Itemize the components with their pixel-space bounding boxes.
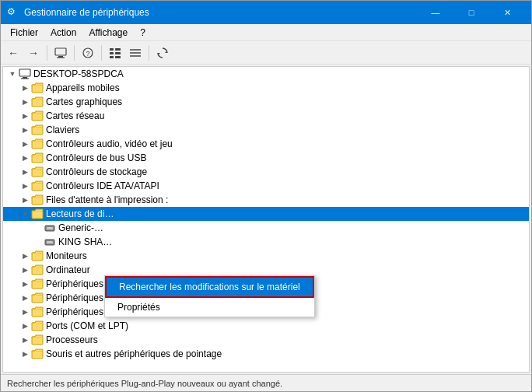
expand-icon-ports: ▶ [19, 320, 31, 332]
toolbar: ← → ? [1, 41, 531, 65]
tree-item-ports[interactable]: ▶ Ports (COM et LPT) [3, 319, 529, 333]
menu-action[interactable]: Action [44, 26, 82, 40]
toolbar-sep-4 [149, 45, 149, 61]
menu-bar: Fichier Action Affichage ? [1, 24, 531, 41]
toolbar-sep-1 [47, 45, 47, 61]
tree-item-cartes-graph[interactable]: ▶ Cartes graphiques [3, 95, 529, 109]
tree-item-generic[interactable]: Generic-… [3, 221, 529, 235]
expand-icon-ctrl-audio: ▶ [19, 138, 31, 150]
svg-rect-38 [32, 323, 43, 331]
computer-icon [19, 68, 31, 80]
title-bar-controls: — □ ✕ [418, 1, 525, 24]
refresh-icon [156, 47, 169, 59]
back-button[interactable]: ← [4, 44, 23, 62]
device-tree[interactable]: ▼ DESKTOP-58SPDCA ▶ Appareils mobiles ▶ [2, 66, 530, 373]
svg-rect-10 [115, 56, 121, 58]
refresh-button[interactable] [153, 44, 172, 62]
svg-rect-7 [110, 52, 114, 54]
tree-item-root[interactable]: ▼ DESKTOP-58SPDCA [3, 67, 529, 81]
folder-icon-souris [31, 348, 44, 360]
tree-item-ctrl-ide[interactable]: ▶ Contrôleurs IDE ATA/ATAPI [3, 179, 529, 193]
svg-rect-9 [110, 56, 114, 58]
expand-icon-ctrl-bus: ▶ [19, 152, 31, 164]
tree-item-processeurs[interactable]: ▶ Processeurs [3, 333, 529, 347]
context-menu: Rechercher les modifications sur le maté… [104, 275, 315, 317]
tree-label-appareils: Appareils mobiles [46, 82, 120, 93]
list-view-button[interactable] [126, 44, 145, 62]
tree-label-ctrl-ide: Contrôleurs IDE ATA/ATAPI [46, 180, 159, 191]
menu-affichage[interactable]: Affichage [82, 26, 134, 40]
svg-rect-27 [32, 197, 43, 205]
svg-rect-5 [110, 48, 114, 51]
svg-rect-33 [32, 253, 43, 261]
expand-icon-periph-logiciels: ▶ [19, 292, 31, 304]
svg-rect-34 [32, 267, 43, 275]
computer-icon [54, 47, 67, 59]
context-menu-item-rechercher[interactable]: Rechercher les modifications sur le maté… [105, 276, 314, 298]
tree-label-ctrl-stockage: Contrôleurs de stockage [46, 166, 147, 177]
tree-view-icon [109, 47, 121, 59]
computer-view-button[interactable] [51, 44, 70, 62]
tree-item-souris[interactable]: ▶ Souris et autres périphériques de poin… [3, 347, 529, 361]
tree-view-button[interactable] [106, 44, 124, 62]
svg-rect-37 [32, 309, 43, 317]
folder-icon-claviers [31, 124, 44, 136]
tree-label-generic: Generic-… [58, 222, 103, 233]
expand-icon-ordinateur: ▶ [19, 264, 31, 276]
svg-rect-35 [32, 281, 43, 289]
tree-item-ctrl-bus[interactable]: ▶ Contrôleurs de bus USB [3, 151, 529, 165]
svg-rect-30 [47, 227, 53, 229]
tree-item-lecteurs[interactable]: ▼ Lecteurs de di… [3, 207, 529, 221]
tree-label-king-sha: KING SHA… [58, 236, 112, 247]
folder-icon-ctrl-stockage [31, 166, 44, 178]
minimize-button[interactable]: — [418, 1, 453, 24]
svg-rect-39 [32, 337, 43, 345]
expand-icon-periph-systeme: ▶ [19, 306, 31, 318]
svg-rect-6 [115, 48, 121, 51]
expand-icon-claviers: ▶ [19, 124, 31, 136]
svg-marker-15 [158, 53, 160, 55]
tree-item-moniteurs[interactable]: ▶ Moniteurs [3, 249, 529, 263]
close-button[interactable]: ✕ [489, 1, 525, 24]
tree-item-cartes-reseau[interactable]: ▶ Cartes réseau [3, 109, 529, 123]
folder-icon-ordinateur [31, 264, 44, 276]
tree-label-claviers: Claviers [46, 124, 79, 135]
tree-label-ctrl-audio: Contrôleurs audio, vidéo et jeu [46, 138, 173, 149]
maximize-button[interactable]: □ [453, 1, 489, 24]
context-menu-item-proprietes[interactable]: Propriétés [105, 298, 314, 317]
device-icon-generic [44, 222, 56, 234]
tree-item-appareils[interactable]: ▶ Appareils mobiles [3, 81, 529, 95]
folder-icon-ctrl-audio [31, 138, 44, 150]
svg-rect-23 [32, 141, 43, 149]
title-bar: ⚙ Gestionnaire de périphériques — □ ✕ [1, 1, 531, 24]
toolbar-sep-2 [74, 45, 75, 61]
svg-rect-19 [32, 85, 43, 93]
forward-button[interactable]: → [24, 44, 43, 62]
expand-icon-processeurs: ▶ [19, 334, 31, 346]
folder-icon-ctrl-bus [31, 152, 44, 164]
tree-item-ctrl-stockage[interactable]: ▶ Contrôleurs de stockage [3, 165, 529, 179]
menu-help[interactable]: ? [134, 26, 152, 40]
expand-icon-files-attente: ▶ [19, 194, 31, 206]
tree-label-files-attente: Files d'attente à l'impression : [46, 194, 168, 205]
svg-rect-20 [32, 99, 43, 107]
folder-icon-periph-systeme [31, 306, 44, 318]
main-content: ▼ DESKTOP-58SPDCA ▶ Appareils mobiles ▶ [1, 65, 531, 374]
toolbar-sep-3 [101, 45, 102, 61]
folder-icon-ports [31, 320, 44, 332]
menu-fichier[interactable]: Fichier [4, 26, 44, 40]
folder-icon-moniteurs [31, 250, 44, 262]
expand-icon-lecteurs: ▼ [19, 208, 31, 220]
main-window: ⚙ Gestionnaire de périphériques — □ ✕ Fi… [0, 0, 532, 392]
folder-icon-cartes-reseau [31, 110, 44, 122]
tree-item-claviers[interactable]: ▶ Claviers [3, 123, 529, 137]
help-button[interactable]: ? [79, 44, 97, 62]
tree-item-ctrl-audio[interactable]: ▶ Contrôleurs audio, vidéo et jeu [3, 137, 529, 151]
tree-item-files-attente[interactable]: ▶ Files d'attente à l'impression : [3, 193, 529, 207]
folder-icon-appareils [31, 82, 44, 94]
tree-item-king-sha[interactable]: KING SHA… [3, 235, 529, 249]
folder-icon-lecteurs [31, 208, 44, 220]
svg-text:?: ? [86, 50, 89, 58]
status-bar: Rechercher les périphériques Plug-and-Pl… [1, 374, 531, 391]
folder-icon-periph-logiciels [31, 292, 44, 304]
